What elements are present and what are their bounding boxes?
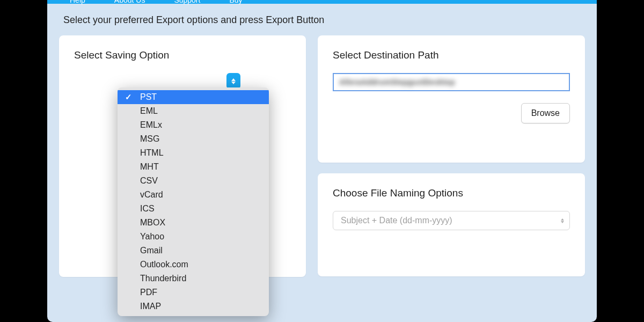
instruction-text: Select your preferred Export options and…: [63, 14, 581, 26]
option-vcard[interactable]: vCard: [118, 188, 269, 202]
destination-path-input[interactable]: AlleraAddrumStepgustDesktop: [333, 73, 570, 91]
option-yahoo[interactable]: Yahoo: [118, 230, 269, 244]
option-pst[interactable]: PST: [118, 90, 269, 104]
option-emlx[interactable]: EMLx: [118, 118, 269, 132]
instruction-bar: Select your preferred Export options and…: [47, 4, 597, 35]
destination-panel: Select Destination Path AlleraAddrumStep…: [318, 35, 585, 163]
browse-row: Browse: [333, 103, 570, 123]
app-window: Help About Us Support Buy Select your pr…: [47, 0, 597, 322]
option-gmail[interactable]: Gmail: [118, 244, 269, 258]
option-msg[interactable]: MSG: [118, 132, 269, 146]
updown-icon: [561, 218, 564, 223]
naming-select[interactable]: Subject + Date (dd-mm-yyyy): [333, 211, 570, 230]
destination-title: Select Destination Path: [333, 49, 570, 61]
option-mbox[interactable]: MBOX: [118, 216, 269, 230]
option-imap[interactable]: IMAP: [118, 299, 269, 313]
nav-support[interactable]: Support: [167, 0, 207, 4]
option-html[interactable]: HTML: [118, 146, 269, 160]
option-ics[interactable]: ICS: [118, 202, 269, 216]
right-column: Select Destination Path AlleraAddrumStep…: [318, 35, 585, 277]
saving-option-title: Select Saving Option: [74, 49, 291, 61]
option-thunderbird[interactable]: Thunderbird: [118, 272, 269, 286]
browse-button[interactable]: Browse: [521, 103, 570, 123]
nav-about[interactable]: About Us: [108, 0, 152, 4]
destination-path-value: AlleraAddrumStepgustDesktop: [339, 78, 455, 86]
option-mht[interactable]: MHT: [118, 160, 269, 174]
naming-title: Choose File Naming Options: [333, 187, 570, 199]
option-eml[interactable]: EML: [118, 104, 269, 118]
saving-option-dropdown[interactable]: PST EML EMLx MSG HTML MHT CSV vCard ICS …: [118, 87, 269, 316]
updown-icon[interactable]: [226, 73, 240, 89]
saving-select[interactable]: [74, 73, 240, 89]
naming-select-value: Subject + Date (dd-mm-yyyy): [341, 216, 452, 225]
option-csv[interactable]: CSV: [118, 174, 269, 188]
nav-help[interactable]: Help: [63, 0, 92, 4]
naming-panel: Choose File Naming Options Subject + Dat…: [318, 173, 585, 276]
option-outlook[interactable]: Outlook.com: [118, 258, 269, 272]
nav-buy[interactable]: Buy: [223, 0, 248, 4]
top-nav: Help About Us Support Buy: [47, 0, 597, 4]
saving-select-field[interactable]: [74, 73, 222, 89]
option-pdf[interactable]: PDF: [118, 286, 269, 299]
